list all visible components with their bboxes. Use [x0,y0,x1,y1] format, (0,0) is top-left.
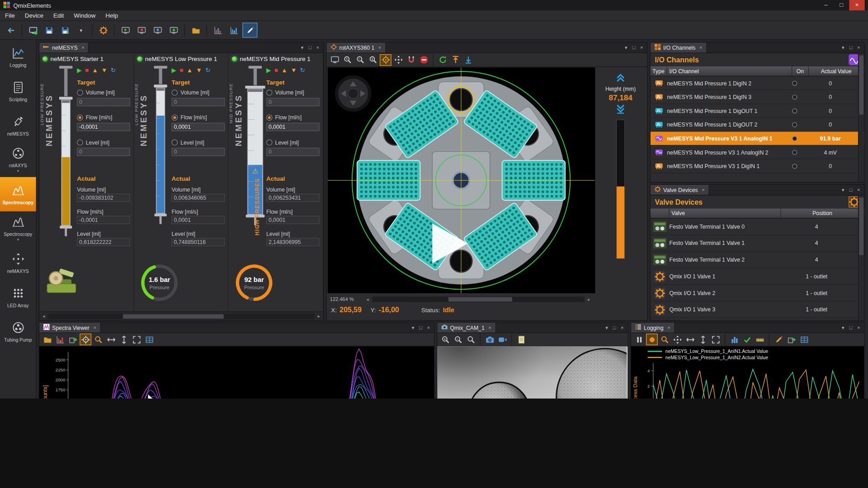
device-config-button[interactable] [96,23,111,38]
io-on-toggle[interactable] [792,136,797,141]
panel-float-button[interactable]: □ [847,45,854,50]
flow-radio[interactable] [266,114,272,120]
io-on-toggle[interactable] [792,94,797,99]
target-flow-option[interactable]: Flow [ml/s] [77,114,112,120]
tab-spectra-viewer[interactable]: Spectra Viewer × [39,323,101,333]
volume-radio[interactable] [172,89,178,95]
menu-device[interactable]: Device [20,11,48,20]
valve-row[interactable]: Festo Valve Terminal 1 Valve 0 4 [651,219,864,235]
fit-h-button[interactable] [684,333,696,345]
pressure-chart-button[interactable] [226,23,241,38]
target-flow-input[interactable]: 0,0001 [172,123,225,131]
close-icon[interactable]: × [93,325,96,330]
level-radio[interactable] [172,140,178,145]
target-level-input[interactable]: 0 [266,148,320,156]
vertical-scrollbar[interactable] [858,53,864,182]
sidebar-item-spectroscopy-2[interactable]: Spectroscopy ▾ [0,211,36,246]
valve-row[interactable]: Qmix I/O 1 Valve 1 1 - outlet [651,268,864,285]
sidebar-item-nemaxys[interactable]: neMAXYS [0,246,36,280]
park-button[interactable] [462,54,474,66]
save-layout-button[interactable] [57,23,72,38]
flow-radio[interactable] [172,114,178,120]
panel-menu-button[interactable]: ▾ [409,325,417,330]
io-on-toggle[interactable] [792,122,797,127]
refill-button[interactable]: ↻ [111,67,116,74]
layout-dropdown-button[interactable]: ▾ [74,23,89,38]
target-flow-option[interactable]: Flow [ml/s] [172,114,207,120]
start-pump-button[interactable]: ▶ [172,67,176,74]
io-on-toggle[interactable] [792,150,797,155]
panel-close-button[interactable]: × [855,325,863,330]
io-channel-row[interactable]: neMESYS Mid Pressure 1 DigOUT 2 0 [651,118,864,132]
connect-button[interactable] [25,23,40,38]
flow-radio[interactable] [77,114,83,120]
fill-syringe-button[interactable]: ▲ [187,67,193,74]
ruler-button[interactable] [754,333,766,345]
autoscale-button[interactable] [131,333,142,345]
maximize-button[interactable]: □ [834,0,849,10]
magnet-button[interactable] [405,54,417,66]
refill-button[interactable]: ↻ [205,67,210,74]
screen-start-button[interactable] [118,23,133,38]
target-flow-option[interactable]: Flow [ml/s] [266,114,302,120]
export-button[interactable] [67,333,79,345]
close-icon[interactable]: × [667,325,670,330]
stop-button[interactable] [418,54,429,66]
panel-menu-button[interactable]: ▾ [839,187,847,192]
stop-pump-button[interactable]: ■ [85,67,89,74]
screen-export-button[interactable] [166,23,181,38]
io-on-toggle[interactable] [792,108,797,113]
stop-pump-button[interactable]: ■ [179,67,183,74]
io-on-toggle[interactable] [792,164,797,169]
panel-menu-button[interactable]: ▾ [839,45,847,50]
tab-nemesys[interactable]: neMESYS × [39,42,89,52]
panel-float-button[interactable]: □ [847,187,854,192]
flow-chart-button[interactable] [210,23,225,38]
lift-up-icon[interactable] [596,72,645,83]
target-level-option[interactable]: Level [ml] [172,140,204,145]
panel-float-button[interactable]: □ [847,325,854,330]
panel-close-button[interactable]: × [314,45,321,50]
target-volume-input[interactable]: 0 [77,98,130,106]
close-icon[interactable]: × [378,45,381,50]
target-volume-input[interactable]: 0 [172,98,225,106]
panel-menu-button[interactable]: ▾ [298,45,306,50]
view-scrollbar[interactable]: ◄ ► [363,296,593,303]
panel-close-button[interactable]: × [638,45,646,50]
empty-syringe-button[interactable]: ▼ [196,67,202,74]
target-level-input[interactable]: 0 [172,148,225,156]
valve-row[interactable]: Qmix I/O 1 Valve 3 1 - outlet [651,301,864,318]
panel-menu-button[interactable]: ▾ [622,45,630,50]
expand-button[interactable] [710,333,722,345]
panel-menu-button[interactable]: ▾ [839,325,847,330]
zoom-out-button[interactable]: − [354,54,366,66]
back-button[interactable] [3,23,18,38]
cursor-button[interactable] [80,333,91,345]
volume-radio[interactable] [266,89,272,95]
sidebar-item-tubing-pump[interactable]: Tubing Pump [0,314,36,349]
empty-syringe-button[interactable]: ▼ [291,67,297,74]
pencil-button[interactable] [773,333,784,345]
panel-float-button[interactable]: □ [306,45,314,50]
vertical-scrollbar[interactable] [858,195,864,320]
columns-button[interactable] [728,333,740,345]
target-volume-option[interactable]: Volume [ml] [266,89,304,95]
annotate-button[interactable] [515,333,527,345]
spectra-chart[interactable]: 9501000105011001150120012501300135014002… [39,347,434,399]
save-view-button[interactable] [42,23,57,38]
tab-rotaxys360[interactable]: rotAXYS360 1 × [326,42,386,52]
io-channel-row[interactable]: neMESYS Mid Pressure V3 1 AnalogIN 1 91.… [651,131,864,145]
sidebar-item-spectroscopy[interactable]: Spectroscopy [0,177,36,211]
sidebar-item-logging[interactable]: Logging [0,40,36,74]
empty-syringe-button[interactable]: ▼ [101,67,107,74]
io-channel-row[interactable]: neMESYS Mid Pressure V3 1 AnalogIN 2 4 m… [651,145,864,160]
script-edit-button[interactable] [242,23,257,38]
fill-syringe-button[interactable]: ▲ [92,67,98,74]
target-level-option[interactable]: Level [ml] [266,140,299,145]
target-level-input[interactable]: 0 [77,148,130,156]
valve-graphic[interactable] [44,265,79,300]
io-channel-row[interactable]: neMESYS Mid Pressure 1 DigIN 2 0 [651,76,864,90]
target-volume-option[interactable]: Volume [ml] [77,89,115,95]
refill-button[interactable]: ↻ [300,67,305,74]
io-on-toggle[interactable] [792,80,797,85]
